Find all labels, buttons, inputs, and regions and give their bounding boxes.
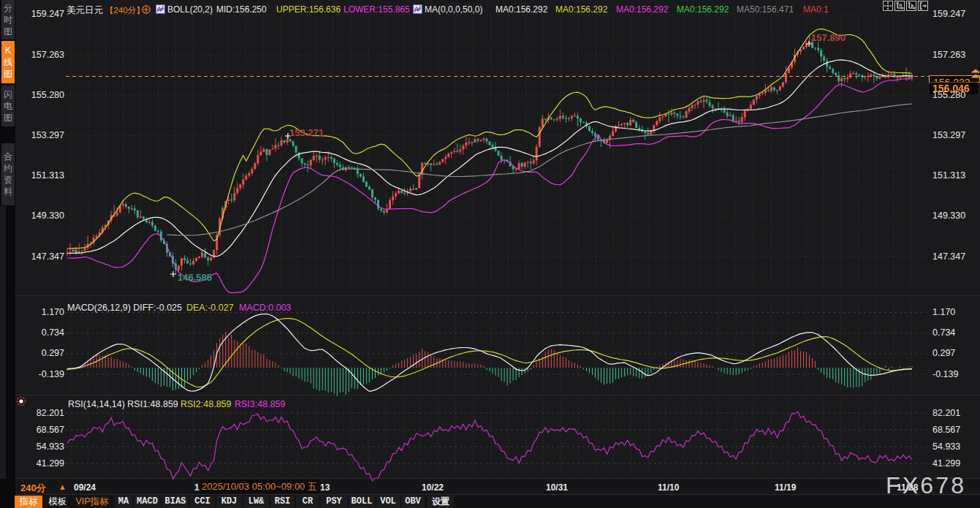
svg-text:153.271: 153.271 bbox=[289, 127, 324, 138]
svg-text:146.585: 146.585 bbox=[178, 272, 212, 283]
svg-text:157.890: 157.890 bbox=[811, 32, 846, 43]
